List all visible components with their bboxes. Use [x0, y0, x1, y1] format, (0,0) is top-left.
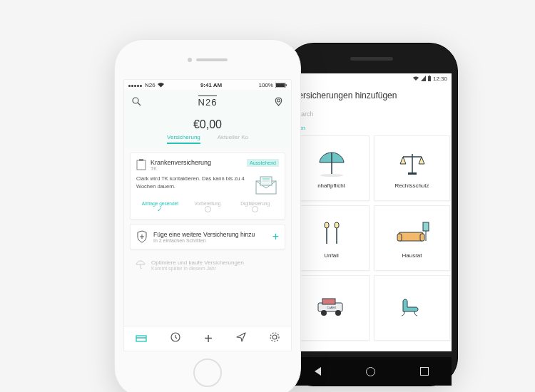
- balance-section: €0,00: [124, 113, 291, 134]
- svg-point-26: [277, 99, 280, 102]
- page-title: Versicherungen hinzufügen: [293, 83, 452, 106]
- search-input[interactable]: Search: [293, 106, 452, 122]
- n26-logo: N26: [198, 96, 218, 108]
- svg-text:CLARK: CLARK: [327, 306, 337, 309]
- svg-rect-9: [335, 222, 339, 228]
- iphone: N26 9:41 AM 100% N26 €0,00 Versicherung …: [114, 39, 301, 392]
- shield-plus-icon: [136, 230, 148, 243]
- back-button[interactable]: [315, 367, 321, 376]
- svg-point-24: [133, 98, 138, 103]
- progress-steps: Anfrage gesendet✓ Vorbereitung Digitalis…: [136, 201, 279, 213]
- tile-haftpflicht[interactable]: nhaftpflicht: [293, 135, 370, 201]
- add-subtitle: In 2 einfachen Schritten: [153, 238, 255, 243]
- android-statusbar: 12:30: [292, 73, 452, 83]
- svg-rect-13: [420, 234, 424, 241]
- tile-rechtsschutz[interactable]: Rechtsschutz: [374, 135, 450, 201]
- tile-hausrat[interactable]: Hausrat: [374, 205, 450, 271]
- svg-rect-7: [325, 222, 329, 228]
- tabbar-send-icon[interactable]: [236, 332, 246, 345]
- svg-point-38: [272, 335, 277, 339]
- tab-current[interactable]: Aktueller Ko: [218, 134, 248, 144]
- home-button[interactable]: [366, 367, 375, 376]
- umbrella-icon: [313, 148, 350, 178]
- add-insurance-card[interactable]: Füge eine weitere Versicherung hinzu In …: [130, 224, 285, 249]
- location-icon[interactable]: [274, 96, 284, 106]
- android-time: 12:30: [433, 76, 447, 82]
- android-phone: 12:30 Versicherungen hinzufügen Search i…: [285, 43, 458, 386]
- plus-icon: +: [272, 230, 279, 243]
- svg-rect-0: [428, 76, 431, 81]
- insurance-title: Krankenversicherung: [151, 159, 211, 166]
- battery-icon: [428, 76, 431, 81]
- svg-rect-1: [429, 76, 430, 76]
- step-2: Vorbereitung: [184, 201, 232, 213]
- search-icon[interactable]: [131, 96, 141, 106]
- svg-rect-27: [137, 160, 146, 170]
- svg-rect-11: [399, 232, 423, 241]
- iphone-bezel-top: [115, 40, 300, 79]
- svg-line-25: [138, 103, 141, 105]
- svg-rect-22: [276, 83, 285, 87]
- svg-rect-28: [139, 159, 143, 161]
- tile-unfall[interactable]: Unfall: [293, 205, 370, 271]
- ios-statusbar: N26 9:41 AM 100%: [124, 80, 291, 90]
- svg-point-39: [270, 333, 279, 341]
- chair-icon: [394, 293, 431, 323]
- svg-rect-35: [136, 336, 146, 341]
- tab-bar: +: [124, 326, 291, 351]
- filter-label[interactable]: isten: [293, 122, 452, 135]
- insurance-description: Clark wird TK kontaktieren. Das kann bis…: [136, 175, 248, 195]
- optimize-card: Optimiere und kaufe Versicherungen Kommt…: [130, 254, 285, 277]
- clipboard-icon: [136, 159, 146, 170]
- battery-label: 100%: [259, 82, 273, 88]
- svg-rect-17: [322, 299, 335, 304]
- svg-point-19: [335, 310, 341, 316]
- optimize-subtitle: Kommt später in diesem Jahr: [151, 266, 244, 271]
- category-grid: nhaftpflicht Rechtsschutz Unfall: [293, 135, 452, 341]
- scales-icon: [394, 148, 431, 178]
- optimize-title: Optimiere und kaufe Versicherungen: [151, 259, 244, 266]
- svg-rect-14: [423, 222, 429, 231]
- main-content: Krankenversicherung TK Ausstehend Clark …: [124, 148, 291, 326]
- carrier-label: N26: [145, 82, 156, 88]
- svg-rect-12: [397, 234, 402, 241]
- sofa-icon: [394, 218, 431, 248]
- tile-car[interactable]: CLARK: [293, 275, 370, 341]
- tab-insurance[interactable]: Versicherung: [167, 134, 200, 144]
- tile-chair[interactable]: [374, 275, 450, 341]
- status-badge: Ausstehend: [247, 159, 279, 167]
- wifi-icon: [158, 83, 164, 88]
- time-label: 9:41 AM: [200, 82, 222, 88]
- tabbar-add-icon[interactable]: +: [204, 331, 213, 347]
- insurance-card[interactable]: Krankenversicherung TK Ausstehend Clark …: [130, 153, 285, 220]
- crutches-icon: [313, 218, 350, 248]
- recents-button[interactable]: [420, 367, 429, 376]
- android-screen: 12:30 Versicherungen hinzufügen Search i…: [292, 73, 452, 351]
- tabbar-settings-icon[interactable]: [270, 332, 280, 345]
- add-title: Füge eine weitere Versicherung hinzu: [153, 231, 255, 238]
- android-bezel-top: [286, 43, 457, 73]
- envelope-icon: [253, 175, 279, 195]
- tabs: Versicherung Aktueller Ko: [124, 134, 291, 148]
- step-1: Anfrage gesendet✓: [136, 201, 184, 213]
- tabbar-history-icon[interactable]: [170, 332, 180, 345]
- wifi-icon: [413, 76, 419, 81]
- signal-icon: [421, 76, 426, 81]
- home-button[interactable]: [193, 359, 222, 387]
- battery-icon: [275, 83, 287, 88]
- svg-point-18: [321, 310, 327, 316]
- android-navbar: [292, 357, 452, 386]
- iphone-screen: N26 9:41 AM 100% N26 €0,00 Versicherung …: [123, 79, 292, 351]
- tabbar-home-icon[interactable]: [136, 332, 147, 345]
- app-header: N26: [124, 90, 291, 113]
- balance-amount: €0,00: [124, 118, 291, 131]
- car-icon: CLARK: [313, 293, 350, 323]
- umbrella-outline-icon: [136, 259, 146, 269]
- step-3: Digitalisierung: [231, 201, 279, 213]
- svg-rect-6: [408, 172, 417, 175]
- insurance-provider: TK: [151, 166, 211, 171]
- svg-rect-23: [285, 84, 286, 86]
- svg-point-3: [320, 174, 343, 177]
